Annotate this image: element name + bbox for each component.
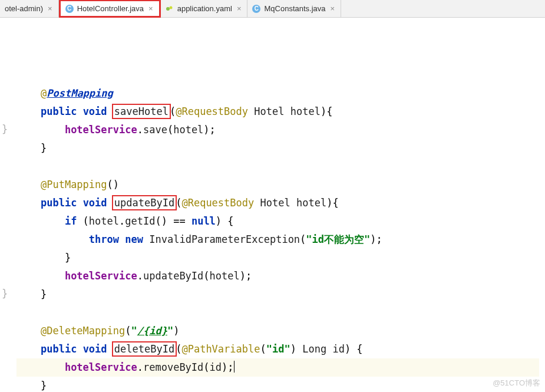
svg-point-0: [166, 7, 170, 11]
close-icon[interactable]: ×: [329, 4, 336, 13]
tab-label: HotelController.java: [77, 4, 144, 13]
code-line: hotelService.save(hotel);: [16, 124, 216, 136]
code-line: [16, 160, 22, 172]
yaml-file-icon: [166, 5, 174, 13]
tab-label: application.yaml: [177, 4, 232, 13]
close-icon[interactable]: ×: [47, 4, 54, 13]
code-line: public void deleteById(@PathVariable("id…: [16, 343, 363, 355]
code-line: hotelService.updateById(hotel);: [16, 270, 252, 282]
tab-hotel-admin[interactable]: otel-admin) ×: [0, 0, 59, 17]
code-editor[interactable]: } } @PostMapping public void saveHotel(@…: [0, 18, 545, 392]
tab-label: MqConstants.java: [264, 4, 325, 13]
java-class-icon: C: [252, 5, 260, 13]
tab-mq-constants[interactable]: C MqConstants.java ×: [247, 0, 341, 17]
text-caret: [234, 361, 234, 373]
tab-label: otel-admin): [5, 4, 43, 13]
code-line: }: [16, 142, 47, 154]
tab-application-yaml[interactable]: application.yaml ×: [161, 0, 248, 17]
code-line: public void updateById(@RequestBody Hote…: [16, 197, 339, 209]
code-line: @DeleteMapping("/{id}"): [16, 325, 179, 337]
code-line: }: [16, 252, 71, 263]
editor-tab-bar: otel-admin) × C HotelController.java × a…: [0, 0, 545, 18]
code-line: @PostMapping: [16, 87, 113, 99]
close-icon[interactable]: ×: [236, 4, 243, 13]
code-line: }: [16, 380, 47, 391]
java-class-icon: C: [65, 5, 74, 13]
fold-end-icon[interactable]: }: [1, 120, 8, 139]
code-line: @PutMapping(): [16, 179, 119, 190]
code-line: if (hotel.getId() == null) {: [16, 215, 234, 227]
fold-end-icon[interactable]: }: [1, 285, 8, 303]
close-icon[interactable]: ×: [147, 4, 154, 13]
code-line: }: [16, 288, 47, 300]
code-line: public void saveHotel(@RequestBody Hotel…: [16, 106, 332, 117]
code-line-active: hotelService.removeById(id);: [16, 358, 539, 377]
code-line: [16, 307, 22, 318]
code-line: throw new InvalidParameterException("id不…: [16, 233, 382, 245]
tab-hotel-controller[interactable]: C HotelController.java ×: [59, 0, 161, 18]
svg-point-1: [169, 6, 172, 9]
